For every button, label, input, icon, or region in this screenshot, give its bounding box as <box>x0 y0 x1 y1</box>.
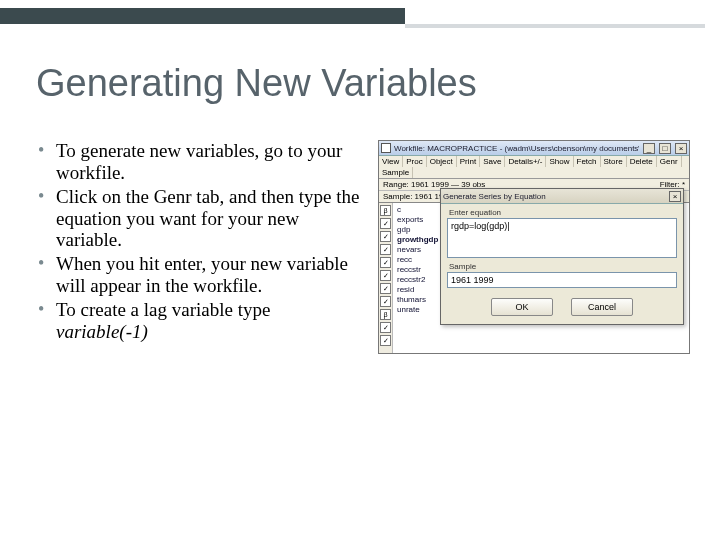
bar-light <box>405 24 705 28</box>
bullet-list: To generate new variables, go to your wo… <box>36 140 366 345</box>
workfile-titlebar[interactable]: Workfile: MACROPRACTICE - (wadm\Users\cb… <box>379 141 689 156</box>
var-item[interactable]: unrate <box>397 305 438 315</box>
var-item[interactable]: resid <box>397 285 438 295</box>
obj-icon: ✓ <box>380 257 391 268</box>
dialog-title: Generate Series by Equation <box>443 192 665 201</box>
obj-icon: ✓ <box>380 218 391 229</box>
var-item[interactable]: gdp <box>397 225 438 235</box>
workfile-title: Workfile: MACROPRACTICE - (wadm\Users\cb… <box>394 144 639 153</box>
obj-icon: ✓ <box>380 322 391 333</box>
dialog-buttons: OK Cancel <box>441 292 683 324</box>
decorative-bar <box>0 0 720 40</box>
bullet-4-em: variable(-1) <box>56 321 148 342</box>
sample-group: Sample 1961 1999 <box>447 262 677 288</box>
workfile-toolbar: View Proc Object Print Save Details+/- S… <box>379 156 689 179</box>
minimize-button[interactable]: _ <box>643 143 655 154</box>
equation-label: Enter equation <box>449 208 677 217</box>
sample-label: Sample <box>449 262 677 271</box>
caret: | <box>507 221 509 231</box>
bullet-4: To create a lag variable type variable(-… <box>36 299 366 343</box>
tb-print[interactable]: Print <box>457 156 480 167</box>
ok-button[interactable]: OK <box>491 298 553 316</box>
tb-view[interactable]: View <box>379 156 403 167</box>
sample-input[interactable]: 1961 1999 <box>447 272 677 288</box>
tb-save[interactable]: Save <box>480 156 505 167</box>
var-item[interactable]: c <box>397 205 438 215</box>
bullet-1: To generate new variables, go to your wo… <box>36 140 366 184</box>
bar-dark <box>0 8 405 24</box>
generate-dialog: Generate Series by Equation × Enter equa… <box>440 188 684 325</box>
equation-group: Enter equation rgdp=log(gdp)| <box>447 208 677 258</box>
obj-icon: ✓ <box>380 270 391 281</box>
variable-list[interactable]: c exports gdp growthgdp nevars recc recc… <box>393 203 442 353</box>
var-item[interactable]: exports <box>397 215 438 225</box>
equation-value: rgdp=log(gdp) <box>451 221 507 231</box>
var-item[interactable]: nevars <box>397 245 438 255</box>
app-icon <box>381 143 391 153</box>
tb-show[interactable]: Show <box>546 156 573 167</box>
page-title: Generating New Variables <box>36 62 477 105</box>
tb-delete[interactable]: Delete <box>627 156 657 167</box>
tb-object[interactable]: Object <box>427 156 457 167</box>
tb-sample[interactable]: Sample <box>379 167 413 178</box>
bullet-2: Click on the Genr tab, and then type the… <box>36 186 366 252</box>
object-icon-strip: β ✓ ✓ ✓ ✓ ✓ ✓ ✓ β ✓ ✓ <box>379 203 393 353</box>
equation-input[interactable]: rgdp=log(gdp)| <box>447 218 677 258</box>
var-item[interactable]: recc <box>397 255 438 265</box>
close-button[interactable]: × <box>675 143 687 154</box>
obj-icon: ✓ <box>380 335 391 346</box>
obj-icon: β <box>380 309 391 320</box>
maximize-button[interactable]: □ <box>659 143 671 154</box>
cancel-button[interactable]: Cancel <box>571 298 633 316</box>
var-item[interactable]: thumars <box>397 295 438 305</box>
obj-icon: ✓ <box>380 283 391 294</box>
var-item[interactable]: reccstr <box>397 265 438 275</box>
obj-icon: ✓ <box>380 296 391 307</box>
dialog-close-button[interactable]: × <box>669 191 681 202</box>
slide: Generating New Variables To generate new… <box>0 0 720 540</box>
obj-icon: β <box>380 205 391 216</box>
screenshot: Workfile: MACROPRACTICE - (wadm\Users\cb… <box>378 140 690 354</box>
obj-icon: ✓ <box>380 231 391 242</box>
tb-genr[interactable]: Genr <box>657 156 682 167</box>
var-item[interactable]: growthgdp <box>397 235 438 245</box>
tb-details[interactable]: Details+/- <box>505 156 546 167</box>
obj-icon: ✓ <box>380 244 391 255</box>
bullet-4-text: To create a lag variable type <box>56 299 270 320</box>
var-item[interactable]: reccstr2 <box>397 275 438 285</box>
dialog-titlebar[interactable]: Generate Series by Equation × <box>441 189 683 204</box>
tb-fetch[interactable]: Fetch <box>574 156 601 167</box>
tb-proc[interactable]: Proc <box>403 156 426 167</box>
bullet-3: When you hit enter, your new variable wi… <box>36 253 366 297</box>
tb-store[interactable]: Store <box>601 156 627 167</box>
